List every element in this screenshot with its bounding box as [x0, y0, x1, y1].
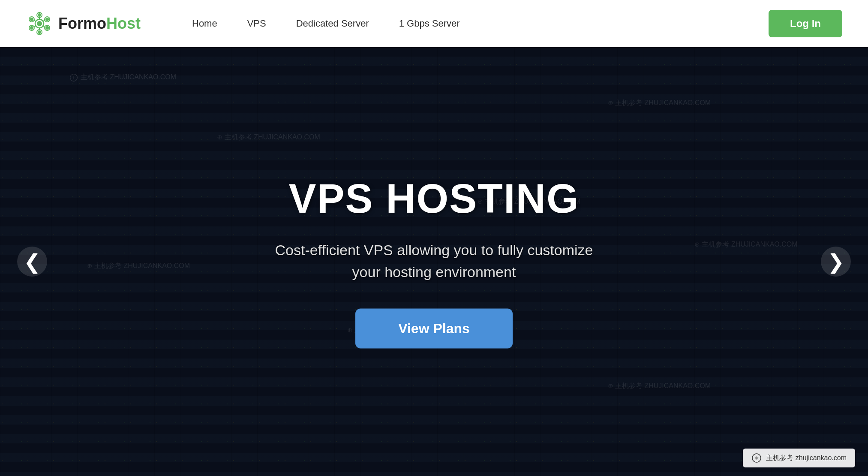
hero-title: VPS HOSTING [241, 175, 627, 222]
svg-line-10 [43, 20, 45, 21]
navbar-left: FormoHost Home VPS Dedicated Server 1 Gb… [26, 10, 460, 37]
nav-item-dedicated[interactable]: Dedicated Server [296, 18, 369, 29]
navbar: FormoHost Home VPS Dedicated Server 1 Gb… [0, 0, 868, 47]
nav-item-vps[interactable]: VPS [247, 18, 266, 29]
svg-point-13 [38, 13, 41, 17]
bottom-watermark-badge: 主 主机参考 zhujicankao.com [743, 449, 855, 467]
svg-line-9 [34, 20, 36, 21]
login-button[interactable]: Log In [769, 10, 842, 37]
view-plans-button[interactable]: View Plans [355, 309, 513, 349]
nav-item-home[interactable]: Home [192, 18, 217, 29]
logo-suffix: Host [106, 15, 141, 32]
svg-line-11 [34, 26, 36, 27]
carousel-next-button[interactable]: ❯ [821, 247, 851, 277]
svg-point-15 [45, 18, 49, 21]
logo-icon [26, 10, 53, 37]
chevron-right-icon: ❯ [827, 250, 844, 274]
svg-line-12 [43, 26, 45, 27]
svg-text:主: 主 [755, 456, 759, 461]
svg-point-18 [45, 26, 49, 30]
nav-item-gbps[interactable]: 1 Gbps Server [399, 18, 460, 29]
hero-content: VPS HOSTING Cost-efficient VPS allowing … [241, 175, 627, 349]
svg-point-17 [30, 26, 33, 30]
watermark-logo-icon: 主 [751, 453, 762, 463]
logo-prefix: Formo [58, 15, 106, 32]
bottom-watermark-text: 主机参考 zhujicankao.com [766, 454, 847, 463]
hero-section: 主 主机参考 ZHUJICANKAO.COM ⊕ 主机参考 ZHUJICANKA… [0, 47, 868, 476]
hero-subtitle: Cost-efficient VPS allowing you to fully… [241, 239, 627, 283]
carousel-prev-button[interactable]: ❮ [17, 247, 47, 277]
svg-point-19 [38, 30, 41, 34]
svg-point-14 [30, 18, 33, 21]
svg-point-16 [37, 21, 42, 26]
logo[interactable]: FormoHost [26, 10, 141, 37]
nav-links: Home VPS Dedicated Server 1 Gbps Server [192, 18, 460, 29]
chevron-left-icon: ❮ [24, 250, 41, 274]
logo-text: FormoHost [58, 15, 141, 33]
